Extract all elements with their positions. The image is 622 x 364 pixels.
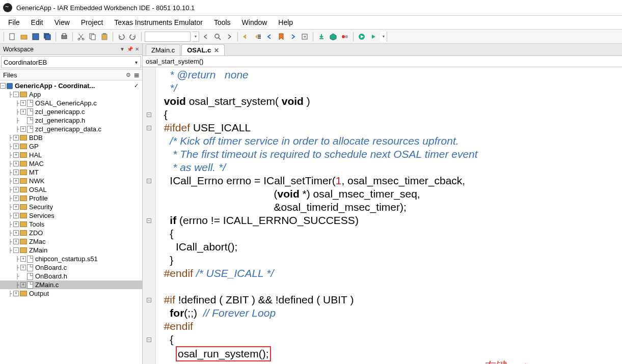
- bookmark-next-icon[interactable]: [288, 32, 298, 42]
- tree-folder-zmac[interactable]: ├+ZMac: [0, 237, 142, 246]
- code-line[interactable]: {: [158, 333, 622, 346]
- tree-twisty[interactable]: ├: [7, 204, 13, 210]
- fold-icon[interactable]: −: [147, 179, 151, 183]
- code-line[interactable]: /* Kick off timer service in order to al…: [158, 134, 622, 148]
- debug-run-icon[interactable]: [357, 32, 367, 42]
- find-prev-icon[interactable]: [201, 32, 211, 42]
- code-line[interactable]: ICall_abort();: [158, 240, 622, 254]
- code-editor[interactable]: −−−−−− * @return none */ void osal_start…: [143, 67, 622, 364]
- nav-list-icon[interactable]: [253, 32, 263, 42]
- tree-twisty[interactable]: ├: [7, 92, 13, 97]
- tree-twisty[interactable]: ├: [7, 221, 13, 227]
- tree-folder-services[interactable]: ├+Services: [0, 211, 142, 220]
- menu-view[interactable]: View: [49, 16, 75, 29]
- breadcrumb[interactable]: osal_start_system(): [143, 56, 622, 67]
- bookmark-prev-icon[interactable]: [264, 32, 275, 42]
- save-icon[interactable]: [31, 32, 41, 42]
- code-line[interactable]: * The first timeout is required to sched…: [158, 148, 622, 161]
- expand-icon[interactable]: +: [13, 144, 19, 149]
- code-line[interactable]: #endif /* USE_ICALL */: [158, 267, 622, 280]
- tree-folder-profile[interactable]: ├+Profile: [0, 194, 142, 203]
- tree-folder-osal[interactable]: ├+OSAL: [0, 185, 142, 194]
- tree-file-chipcon-cstartup-s51[interactable]: ├+chipcon_cstartup.s51: [0, 255, 142, 263]
- menu-file[interactable]: File: [3, 16, 25, 29]
- tree-folder-bdb[interactable]: ├+BDB: [0, 133, 142, 142]
- panel-dropdown-icon[interactable]: ▼: [120, 46, 125, 52]
- tree-folder-gp[interactable]: ├+GP: [0, 142, 142, 151]
- tree-twisty[interactable]: ├: [7, 230, 13, 236]
- code-line[interactable]: #if !defined ( ZBIT ) && !defined ( UBIT…: [158, 293, 622, 306]
- menu-tools[interactable]: Tools: [209, 16, 236, 29]
- tree-file-osal-genericapp-c[interactable]: ├+OSAL_GenericApp.c: [0, 99, 142, 107]
- expand-icon[interactable]: +: [20, 256, 26, 262]
- find-next-icon[interactable]: [224, 32, 234, 42]
- fold-icon[interactable]: −: [147, 218, 151, 223]
- toggle-breakpoint-icon[interactable]: [340, 32, 350, 42]
- code-line[interactable]: for(;;) // Forever Loop: [158, 306, 622, 320]
- tree-file-onboard-h[interactable]: ├OnBoard.h: [0, 272, 142, 281]
- run-options-dropdown[interactable]: ▾: [380, 32, 387, 42]
- expand-icon[interactable]: +: [13, 195, 19, 201]
- expand-icon[interactable]: +: [13, 135, 19, 141]
- tree-folder-app[interactable]: ├-App: [0, 90, 142, 99]
- code-line[interactable]: * as well. */: [158, 161, 622, 174]
- tree-twisty[interactable]: ├: [14, 118, 20, 123]
- cut-icon[interactable]: [76, 32, 86, 42]
- tree-twisty[interactable]: ├: [7, 239, 13, 244]
- save-all-icon[interactable]: [42, 32, 52, 42]
- code-line[interactable]: void osal_start_system( void ): [158, 95, 622, 108]
- tree-folder-output[interactable]: ├+Output: [0, 289, 142, 298]
- new-file-icon[interactable]: [7, 32, 17, 42]
- expand-icon[interactable]: +: [13, 170, 19, 175]
- code-gutter[interactable]: −−−−−−: [143, 67, 156, 364]
- tree-twisty[interactable]: ├: [7, 195, 13, 201]
- expand-icon[interactable]: +: [13, 204, 19, 210]
- tab-zmain-c[interactable]: ZMain.c: [146, 44, 180, 55]
- tree-folder-tools[interactable]: ├+Tools: [0, 220, 142, 229]
- paste-icon[interactable]: [99, 32, 110, 42]
- print-icon[interactable]: [59, 32, 69, 42]
- tree-twisty[interactable]: ├: [14, 265, 20, 270]
- expand-icon[interactable]: +: [13, 178, 19, 184]
- tree-folder-mt[interactable]: ├+MT: [0, 168, 142, 177]
- project-tree[interactable]: −GenericApp - Coordinat...✓├-App├+OSAL_G…: [0, 80, 142, 364]
- goto-icon[interactable]: [300, 32, 310, 42]
- fold-icon[interactable]: −: [147, 126, 151, 130]
- menu-help[interactable]: Help: [273, 16, 298, 29]
- tree-twisty[interactable]: ├: [14, 273, 20, 279]
- menu-texas-instruments-emulator[interactable]: Texas Instruments Emulator: [109, 16, 208, 29]
- tree-folder-zdo[interactable]: ├+ZDO: [0, 229, 142, 237]
- code-line[interactable]: ICall_Errno errno = ICall_setTimer(1, os…: [158, 174, 622, 187]
- find-icon[interactable]: [212, 32, 223, 42]
- expand-icon[interactable]: +: [13, 230, 19, 236]
- tree-file-zmain-c[interactable]: ├+ZMain.c: [0, 281, 142, 289]
- tree-root[interactable]: −GenericApp - Coordinat...✓: [0, 81, 142, 90]
- code-line[interactable]: (void *) osal_msec_timer_seq,: [158, 187, 622, 201]
- fold-icon[interactable]: −: [147, 113, 151, 117]
- panel-pin-icon[interactable]: 📌: [127, 46, 133, 52]
- code-line[interactable]: if (errno != ICALL_ERRNO_SUCCESS): [158, 214, 622, 227]
- tree-twisty[interactable]: ├: [7, 135, 13, 141]
- fold-icon[interactable]: −: [147, 298, 151, 302]
- menu-edit[interactable]: Edit: [26, 16, 48, 29]
- tab-close-icon[interactable]: ✕: [214, 47, 219, 54]
- expand-icon[interactable]: +: [20, 109, 26, 115]
- expand-icon[interactable]: -: [13, 92, 19, 97]
- code-line[interactable]: #endif: [158, 320, 622, 333]
- tree-folder-mac[interactable]: ├+MAC: [0, 159, 142, 168]
- expand-icon[interactable]: +: [20, 265, 26, 270]
- expand-icon[interactable]: +: [13, 221, 19, 227]
- tree-twisty[interactable]: ├: [7, 213, 13, 218]
- code-line[interactable]: [158, 280, 622, 293]
- tree-twisty[interactable]: ├: [7, 187, 13, 192]
- tree-twisty[interactable]: ├: [7, 152, 13, 158]
- make-icon[interactable]: [328, 32, 338, 42]
- tree-twisty[interactable]: ├: [7, 247, 13, 253]
- tree-twisty[interactable]: ├: [7, 178, 13, 184]
- panel-close-icon[interactable]: ✕: [135, 46, 139, 52]
- code-content[interactable]: * @return none */ void osal_start_system…: [156, 67, 622, 364]
- code-line[interactable]: }: [158, 254, 622, 267]
- column-icon-1[interactable]: ⚙: [126, 72, 131, 78]
- column-icon-2[interactable]: ▦: [134, 72, 139, 78]
- bookmark-icon[interactable]: [276, 32, 286, 42]
